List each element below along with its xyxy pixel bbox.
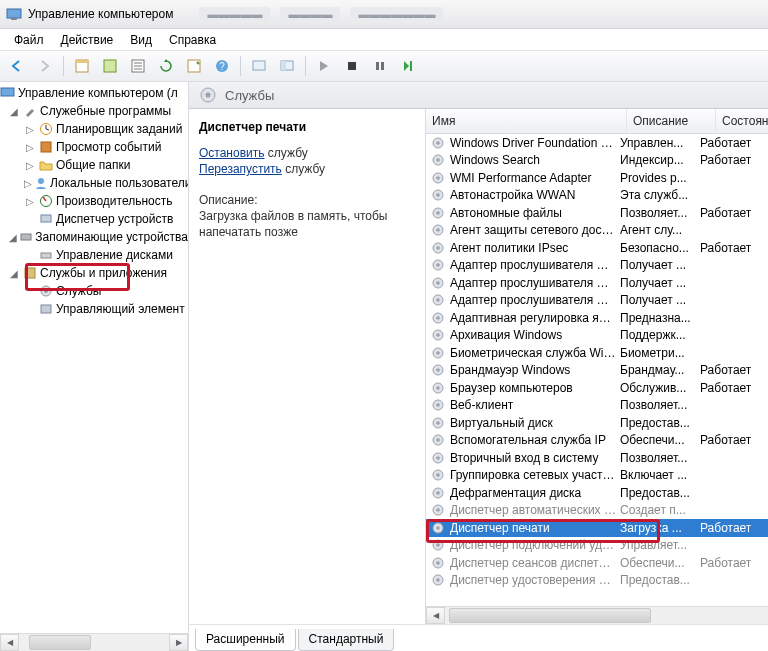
service-name-cell: Диспетчер удостоверения сетев...: [450, 573, 616, 587]
computer-icon: [0, 85, 16, 101]
col-name[interactable]: Имя: [426, 109, 627, 133]
service-row[interactable]: Адаптивная регулировка яркостиПредназна.…: [426, 309, 768, 327]
tree-services[interactable]: ▷Службы: [0, 282, 188, 300]
tree-task-scheduler[interactable]: ▷Планировщик заданий: [0, 120, 188, 138]
perf-icon: [38, 193, 54, 209]
service-desc-cell: Создает п...: [616, 503, 696, 517]
stop-button[interactable]: [339, 53, 365, 79]
play-button[interactable]: [311, 53, 337, 79]
service-desc-cell: Загрузка ...: [616, 521, 696, 535]
service-row[interactable]: Windows SearchИндексир...Работает: [426, 152, 768, 170]
scroll-thumb[interactable]: [29, 635, 91, 650]
tree-disk-management[interactable]: ▷Управление дисками: [0, 246, 188, 264]
tree-event-viewer[interactable]: ▷Просмотр событий: [0, 138, 188, 156]
service-row[interactable]: Агент защиты сетевого доступаАгент слу..…: [426, 222, 768, 240]
tree-horizontal-scrollbar[interactable]: ◀ ▶: [0, 633, 188, 651]
toolbar-refresh-button[interactable]: [153, 53, 179, 79]
service-row[interactable]: Вспомогательная служба IPОбеспечи...Рабо…: [426, 432, 768, 450]
nav-back-button[interactable]: [4, 53, 30, 79]
service-row[interactable]: Биометрическая служба WindowsБиометри...: [426, 344, 768, 362]
tree-storage[interactable]: ◢Запоминающие устройства: [0, 228, 188, 246]
service-row[interactable]: Диспетчер удостоверения сетев...Предоста…: [426, 572, 768, 590]
service-row[interactable]: Архивация WindowsПоддержк...: [426, 327, 768, 345]
toolbar-icon[interactable]: [246, 53, 272, 79]
service-state-cell: Работает: [696, 136, 768, 150]
gear-icon: [430, 275, 446, 291]
gear-icon: [430, 310, 446, 326]
toolbar-icon[interactable]: [69, 53, 95, 79]
tree-shared-folders[interactable]: ▷Общие папки: [0, 156, 188, 174]
tree-system-tools[interactable]: ◢Служебные программы: [0, 102, 188, 120]
tree-device-manager[interactable]: ▷Диспетчер устройств: [0, 210, 188, 228]
service-row[interactable]: Адаптер прослушивателя Net.PipeПолучает …: [426, 274, 768, 292]
expand-icon[interactable]: ▷: [24, 124, 36, 135]
service-row[interactable]: Адаптер прослушивателя Net.TcpПолучает .…: [426, 292, 768, 310]
svg-point-75: [436, 526, 440, 530]
list-header[interactable]: Имя Описание Состояние: [426, 109, 768, 134]
window-title: Управление компьютером: [28, 7, 173, 21]
service-row[interactable]: Агент политики IPsecБезопасно...Работает: [426, 239, 768, 257]
menu-file[interactable]: Файл: [6, 31, 52, 49]
list-horizontal-scrollbar[interactable]: ◀ ▶: [426, 606, 768, 624]
col-state[interactable]: Состояние: [716, 109, 768, 133]
service-row[interactable]: Дефрагментация дискаПредостав...: [426, 484, 768, 502]
service-row[interactable]: Диспетчер печатиЗагрузка ...Работает: [426, 519, 768, 537]
tab-extended[interactable]: Расширенный: [195, 629, 296, 651]
toolbar-icon[interactable]: [97, 53, 123, 79]
menu-help[interactable]: Справка: [161, 31, 224, 49]
toolbar: ?: [0, 51, 768, 82]
collapse-icon[interactable]: ◢: [8, 106, 20, 117]
service-row[interactable]: Виртуальный дискПредостав...: [426, 414, 768, 432]
toolbar-help-button[interactable]: ?: [209, 53, 235, 79]
restart-button[interactable]: [395, 53, 421, 79]
titlebar[interactable]: Управление компьютером ▬▬▬▬▬▬▬▬▬▬▬▬▬▬▬▬: [0, 0, 768, 29]
service-row[interactable]: Автономные файлыПозволяет...Работает: [426, 204, 768, 222]
service-name: Диспетчер печати: [199, 119, 417, 135]
svg-point-69: [436, 473, 440, 477]
toolbar-icon[interactable]: [274, 53, 300, 79]
service-row[interactable]: Веб-клиентПозволяет...: [426, 397, 768, 415]
tree-root[interactable]: Управление компьютером (л: [0, 84, 188, 102]
gear-icon: [430, 205, 446, 221]
service-row[interactable]: Диспетчер подключений удален...Управляет…: [426, 537, 768, 555]
tab-standard[interactable]: Стандартный: [298, 629, 395, 651]
menu-view[interactable]: Вид: [122, 31, 160, 49]
gear-icon: [430, 397, 446, 413]
storage-icon: [19, 229, 33, 245]
service-desc-cell: Предостав...: [616, 416, 696, 430]
svg-rect-13: [376, 62, 379, 70]
restart-service-link[interactable]: Перезапустить: [199, 162, 282, 176]
scroll-left-button[interactable]: ◀: [426, 607, 445, 624]
user-icon: [34, 175, 48, 191]
menu-action[interactable]: Действие: [53, 31, 122, 49]
service-row[interactable]: Браузер компьютеровОбслужив...Работает: [426, 379, 768, 397]
service-row[interactable]: Вторичный вход в системуПозволяет...: [426, 449, 768, 467]
col-description[interactable]: Описание: [627, 109, 716, 133]
scroll-left-button[interactable]: ◀: [0, 634, 19, 651]
service-row[interactable]: Диспетчер автоматических подк...Создает …: [426, 502, 768, 520]
tree-wmi-control[interactable]: ▷Управляющий элемент: [0, 300, 188, 318]
services-list[interactable]: Имя Описание Состояние Windows Driver Fo…: [425, 109, 768, 624]
toolbar-icon[interactable]: [125, 53, 151, 79]
tree-services-apps[interactable]: ◢Службы и приложения: [0, 264, 188, 282]
scroll-right-button[interactable]: ▶: [169, 634, 188, 651]
service-row[interactable]: Группировка сетевых участниковВключает .…: [426, 467, 768, 485]
service-row[interactable]: Диспетчер сеансов диспетчера о...Обеспеч…: [426, 554, 768, 572]
service-desc-cell: Биометри...: [616, 346, 696, 360]
toolbar-icon[interactable]: [181, 53, 207, 79]
service-row[interactable]: Адаптер прослушивателя Net.M...Получает …: [426, 257, 768, 275]
stop-service-link[interactable]: Остановить: [199, 146, 265, 160]
tree-performance[interactable]: ▷Производительность: [0, 192, 188, 210]
service-row[interactable]: Автонастройка WWANЭта служб...: [426, 187, 768, 205]
service-row[interactable]: WMI Performance AdapterProvides p...: [426, 169, 768, 187]
tree-local-users[interactable]: ▷Локальные пользователи: [0, 174, 188, 192]
service-row[interactable]: Windows Driver Foundation - User...Управ…: [426, 134, 768, 152]
service-row[interactable]: Брандмауэр WindowsБрандмау...Работает: [426, 362, 768, 380]
svg-point-61: [436, 403, 440, 407]
pause-button[interactable]: [367, 53, 393, 79]
nav-forward-button[interactable]: [32, 53, 58, 79]
tree-pane[interactable]: Управление компьютером (л ◢Служебные про…: [0, 82, 189, 651]
device-icon: [38, 211, 54, 227]
gear-icon: [430, 170, 446, 186]
scroll-thumb[interactable]: [449, 608, 651, 623]
